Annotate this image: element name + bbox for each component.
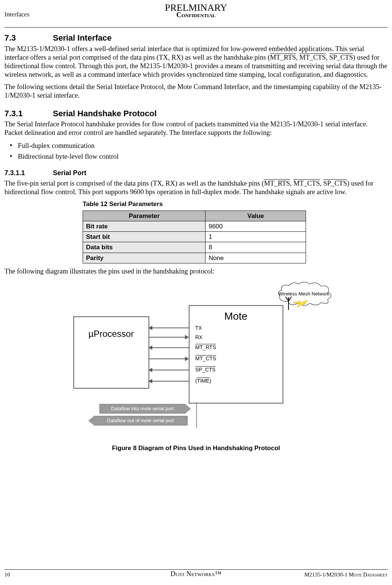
cell-param: Data bits [83,242,205,253]
antenna-icon [285,296,292,313]
footer: 10 M2135-1/M2030-1 Mote Datasheet Dust N… [4,568,388,578]
table-row: Start bit1 [83,232,306,242]
header-rule [4,27,388,28]
cell-param: Start bit [83,232,205,242]
flow-out-label: Dataflow out of mote serial port [94,416,188,426]
bullet-item: Bidirectional byte-level flow control [18,152,388,161]
pin-mt-rts: MT_RTS [270,54,296,61]
figure-8-caption: Figure 8 Diagram of Pins Used in Handsha… [4,444,388,452]
flow-into-label: Dataflow into mote serial port [99,404,186,414]
sig-time: TIME [197,378,209,384]
svg-point-2 [288,297,289,299]
table-12-head-param: Parameter [83,211,205,221]
para-7-3-1-1: The five-pin serial port is comprised of… [4,179,388,196]
cell-param: Parity [83,253,205,263]
heading-7-3-1-1: 7.3.1.1Serial Port [4,169,388,177]
sig-rx: RX [195,334,203,341]
pin-mt-cts: MT_CTS [299,54,326,61]
heading-7-3: 7.3Serial Interface [4,33,388,43]
svg-marker-0 [293,300,308,307]
cloud-label: Wireless Mesh Network [278,291,329,297]
pin-sp-cts: SP_CTS [329,54,353,61]
heading-7-3-1: 7.3.1Serial Handshake Protocol [4,108,388,119]
para-7-3-1-body: The Serial Interface Protocol handshake … [4,120,388,137]
table-row: ParityNone [83,253,306,263]
sig-mt-rts: MT_RTS [195,344,216,351]
para-7-3-1: The M2135-1/M2030-1 offers a well-define… [4,45,388,79]
cell-value: 9600 [205,221,306,231]
sig-sp-cts: SP_CTS [195,367,216,373]
table-12: Parameter Value Bit rate9600 Start bit1 … [83,211,306,263]
pin-sp-cts-2: SP_CTS [323,180,347,187]
heading-7-3-1-title: Serial Handshake Protocol [53,109,157,118]
uprocessor-label: µProcessor [74,328,149,339]
uprocessor-box: µProcessor [73,316,149,389]
sig-tx: TX [195,325,202,332]
heading-7-3-title: Serial Interface [53,33,112,42]
table-row: Data bits8 [83,242,306,253]
heading-7-3-1-num: 7.3.1 [4,108,53,119]
cell-value: 8 [205,242,306,253]
diagram: Wireless Mesh Network µProcessor Mote [70,281,323,437]
pin-mt-rts-2: MT_RTS [264,180,290,187]
bolt-icon [293,300,312,307]
figure-8: Wireless Mesh Network µProcessor Mote [4,281,388,452]
para-7-3-2: The following sections detail the Serial… [4,83,388,100]
heading-7-3-1-1-num: 7.3.1.1 [4,169,53,177]
header-confidential: Confidential [176,11,216,19]
bullet-list: Full-duplex communication Bidirectional … [18,141,388,161]
table-12-head-value: Value [205,211,306,221]
footer-center: Dust Networks™ [170,570,222,578]
mote-box: Mote [189,305,283,404]
cell-value: 1 [205,232,306,242]
table-row: Bit rate9600 [83,221,306,231]
bullet-item: Full-duplex communication [18,141,388,150]
cell-value: None [205,253,306,263]
heading-7-3-num: 7.3 [4,33,53,43]
mote-label: Mote [189,310,283,323]
heading-7-3-1-1-title: Serial Port [53,169,86,177]
sig-mt-cts: MT_CTS [195,355,216,362]
para-7-3-1-1a: The five-pin serial port is comprised of… [4,180,264,187]
post-table-para: The following diagram illustrates the pi… [4,267,388,276]
table-12-caption: Table 12 Serial Parameters [83,200,306,208]
cell-param: Bit rate [83,221,205,231]
pin-mt-cts-2: MT_CTS [293,180,320,187]
